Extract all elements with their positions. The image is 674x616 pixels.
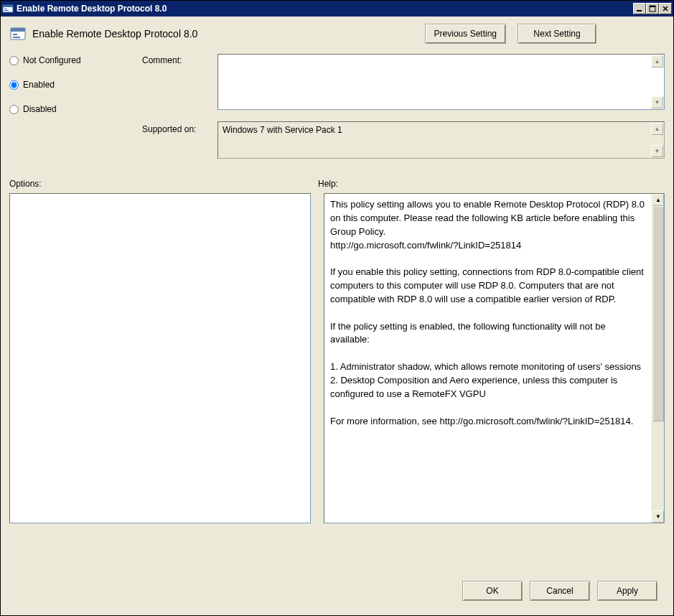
policy-large-icon <box>9 25 27 42</box>
state-radio-group: Not Configured Enabled Disabled <box>9 54 142 159</box>
svg-rect-10 <box>13 37 20 38</box>
panels-row: This policy setting allows you to enable… <box>9 193 665 572</box>
supported-label: Supported on: <box>142 123 217 134</box>
ok-button[interactable]: OK <box>462 581 523 601</box>
help-scrollbar[interactable]: ▲ ▼ <box>652 194 664 523</box>
svg-rect-9 <box>13 34 17 35</box>
svg-rect-3 <box>4 10 9 11</box>
radio-not-configured-label: Not Configured <box>23 55 81 65</box>
minimize-button[interactable] <box>633 3 646 14</box>
supported-scrollbar[interactable]: ▲ ▼ <box>651 123 663 157</box>
radio-disabled-label: Disabled <box>23 104 57 114</box>
next-setting-button[interactable]: Next Setting <box>518 24 596 44</box>
options-label: Options: <box>9 179 318 189</box>
dialog-window: Enable Remote Desktop Protocol 8.0 Enabl… <box>0 0 674 616</box>
comment-input[interactable]: ▲ ▼ <box>217 54 665 110</box>
help-label: Help: <box>318 179 338 189</box>
fields-column: Comment: ▲ ▼ Supported on: Windows 7 wit… <box>142 54 665 159</box>
maximize-button[interactable] <box>646 3 659 14</box>
scroll-up-icon[interactable]: ▲ <box>651 123 663 135</box>
scroll-down-icon[interactable]: ▼ <box>652 510 664 523</box>
scroll-up-icon[interactable]: ▲ <box>652 194 664 206</box>
options-panel[interactable] <box>9 193 311 523</box>
radio-enabled-input[interactable] <box>9 80 19 90</box>
dialog-footer: OK Cancel Apply <box>9 572 665 608</box>
config-area: Not Configured Enabled Disabled Comment: <box>9 54 665 159</box>
radio-disabled-input[interactable] <box>9 105 19 114</box>
cancel-button[interactable]: Cancel <box>530 581 590 601</box>
svg-rect-2 <box>4 9 7 9</box>
dialog-content: Enable Remote Desktop Protocol 8.0 Previ… <box>1 17 673 615</box>
titlebar[interactable]: Enable Remote Desktop Protocol 8.0 <box>1 1 673 17</box>
apply-button[interactable]: Apply <box>597 581 657 601</box>
svg-rect-4 <box>637 10 642 11</box>
supported-on-field: Windows 7 with Service Pack 1 ▲ ▼ <box>217 121 665 159</box>
scroll-thumb[interactable] <box>652 206 664 421</box>
header-row: Enable Remote Desktop Protocol 8.0 Previ… <box>9 24 665 44</box>
panel-labels: Options: Help: <box>9 179 665 189</box>
scroll-down-icon[interactable]: ▼ <box>651 145 663 157</box>
radio-not-configured[interactable]: Not Configured <box>9 55 142 65</box>
page-title: Enable Remote Desktop Protocol 8.0 <box>32 28 197 39</box>
scroll-down-icon[interactable]: ▼ <box>651 96 663 108</box>
comment-label: Comment: <box>142 54 217 65</box>
svg-rect-1 <box>3 5 13 7</box>
radio-not-configured-input[interactable] <box>9 56 19 65</box>
window-title: Enable Remote Desktop Protocol 8.0 <box>17 4 633 14</box>
help-text: This policy setting allows you to enable… <box>324 194 652 523</box>
radio-disabled[interactable]: Disabled <box>9 104 142 114</box>
policy-icon <box>2 3 14 14</box>
scroll-up-icon[interactable]: ▲ <box>651 55 663 67</box>
scroll-track[interactable] <box>652 206 664 510</box>
help-panel: This policy setting allows you to enable… <box>324 193 665 523</box>
close-button[interactable] <box>659 3 672 14</box>
supported-on-value: Windows 7 with Service Pack 1 <box>223 125 342 135</box>
svg-rect-8 <box>11 28 25 32</box>
previous-setting-button[interactable]: Previous Setting <box>425 24 506 44</box>
svg-rect-6 <box>650 6 655 7</box>
radio-enabled-label: Enabled <box>23 80 55 90</box>
radio-enabled[interactable]: Enabled <box>9 80 142 90</box>
window-controls <box>633 3 672 14</box>
comment-scrollbar[interactable]: ▲ ▼ <box>651 55 663 108</box>
